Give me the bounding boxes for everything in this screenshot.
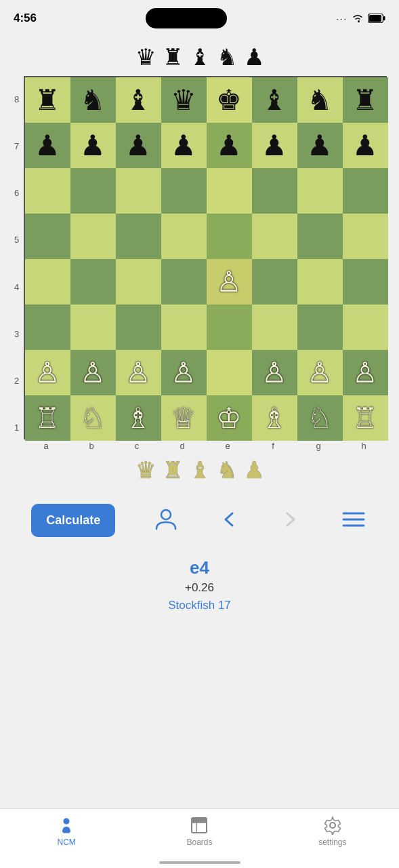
cell-e3[interactable] bbox=[207, 304, 252, 350]
cell-b5[interactable] bbox=[70, 214, 116, 259]
piece-wp-c2: ♙ bbox=[125, 359, 151, 387]
boards-icon bbox=[190, 816, 209, 835]
cell-f4[interactable] bbox=[252, 259, 297, 304]
cell-b8[interactable]: ♞ bbox=[70, 77, 116, 123]
cell-f5[interactable] bbox=[252, 214, 297, 259]
cell-c8[interactable]: ♝ bbox=[116, 77, 161, 123]
cell-g3[interactable] bbox=[297, 304, 343, 350]
forward-arrow-icon bbox=[280, 509, 301, 530]
back-arrow-icon bbox=[219, 509, 239, 530]
piece-bk-e8: ♚ bbox=[216, 86, 242, 115]
cell-a8[interactable]: ♜ bbox=[25, 77, 70, 123]
cell-e8[interactable]: ♚ bbox=[207, 77, 252, 123]
cell-g8[interactable]: ♞ bbox=[297, 77, 343, 123]
tab-ncm[interactable]: NCM bbox=[0, 816, 133, 847]
chessboard[interactable]: ♜♞♝♛♚♝♞♜♟♟♟♟♟♟♟♟♙♙♙♙♙♙♙♙♖♘♗♕♔♗♘♖ bbox=[24, 76, 387, 439]
menu-button[interactable] bbox=[339, 507, 368, 534]
cell-d7[interactable]: ♟ bbox=[161, 123, 207, 168]
cell-a6[interactable] bbox=[25, 168, 70, 214]
piece-wp-h2: ♙ bbox=[352, 359, 378, 387]
cell-g6[interactable] bbox=[297, 168, 343, 214]
captured-knight-bottom: ♞ bbox=[217, 456, 237, 484]
engine-name: Stockfish 17 bbox=[168, 599, 231, 612]
piece-wn-g1: ♘ bbox=[307, 404, 333, 433]
cell-e1[interactable]: ♔ bbox=[207, 395, 252, 441]
cell-g2[interactable]: ♙ bbox=[297, 350, 343, 395]
cell-a7[interactable]: ♟ bbox=[25, 123, 70, 168]
cell-d3[interactable] bbox=[161, 304, 207, 350]
settings-icon bbox=[323, 816, 342, 835]
cell-e2[interactable] bbox=[207, 350, 252, 395]
cell-c7[interactable]: ♟ bbox=[116, 123, 161, 168]
cell-d6[interactable] bbox=[161, 168, 207, 214]
cell-g4[interactable] bbox=[297, 259, 343, 304]
cell-a4[interactable] bbox=[25, 259, 70, 304]
piece-wp-g2: ♙ bbox=[307, 359, 333, 387]
cell-c4[interactable] bbox=[116, 259, 161, 304]
cell-h1[interactable]: ♖ bbox=[343, 395, 388, 441]
dynamic-island bbox=[146, 8, 227, 28]
cell-c5[interactable] bbox=[116, 214, 161, 259]
cell-g1[interactable]: ♘ bbox=[297, 395, 343, 441]
prev-button[interactable] bbox=[216, 507, 242, 534]
cell-c1[interactable]: ♗ bbox=[116, 395, 161, 441]
wifi-icon bbox=[352, 14, 364, 23]
signal-dots: ··· bbox=[336, 14, 348, 24]
cell-e4[interactable]: ♙ bbox=[207, 259, 252, 304]
cell-d8[interactable]: ♛ bbox=[161, 77, 207, 123]
piece-wr-h1: ♖ bbox=[352, 404, 378, 433]
piece-bp-a7: ♟ bbox=[35, 132, 60, 160]
cell-f3[interactable] bbox=[252, 304, 297, 350]
cell-b6[interactable] bbox=[70, 168, 116, 214]
file-f: f bbox=[251, 441, 296, 451]
cell-e5[interactable] bbox=[207, 214, 252, 259]
calculate-button[interactable]: Calculate bbox=[31, 504, 115, 537]
status-bar: 4:56 ··· bbox=[0, 0, 399, 37]
piece-br-h8: ♜ bbox=[352, 86, 378, 115]
cell-f7[interactable]: ♟ bbox=[252, 123, 297, 168]
cell-a3[interactable] bbox=[25, 304, 70, 350]
cell-d4[interactable] bbox=[161, 259, 207, 304]
piece-wp-b2: ♙ bbox=[80, 359, 106, 387]
piece-bn-g8: ♞ bbox=[307, 86, 333, 115]
person-button[interactable] bbox=[151, 505, 181, 536]
cell-g5[interactable] bbox=[297, 214, 343, 259]
cell-h3[interactable] bbox=[343, 304, 388, 350]
cell-b3[interactable] bbox=[70, 304, 116, 350]
cell-b1[interactable]: ♘ bbox=[70, 395, 116, 441]
tab-settings[interactable]: settings bbox=[266, 816, 399, 847]
cell-h6[interactable] bbox=[343, 168, 388, 214]
cell-f1[interactable]: ♗ bbox=[252, 395, 297, 441]
cell-h7[interactable]: ♟ bbox=[343, 123, 388, 168]
cell-a5[interactable] bbox=[25, 214, 70, 259]
controls-bar: Calculate bbox=[0, 484, 399, 544]
cell-f2[interactable]: ♙ bbox=[252, 350, 297, 395]
cell-c3[interactable] bbox=[116, 304, 161, 350]
cell-d5[interactable] bbox=[161, 214, 207, 259]
menu-icon bbox=[342, 510, 365, 529]
cell-b2[interactable]: ♙ bbox=[70, 350, 116, 395]
piece-wb-c1: ♗ bbox=[125, 404, 151, 433]
boards-label: Boards bbox=[186, 837, 212, 847]
rank-4: 4 bbox=[13, 267, 21, 307]
cell-a2[interactable]: ♙ bbox=[25, 350, 70, 395]
cell-h4[interactable] bbox=[343, 259, 388, 304]
cell-e7[interactable]: ♟ bbox=[207, 123, 252, 168]
home-indicator bbox=[159, 861, 240, 864]
cell-g7[interactable]: ♟ bbox=[297, 123, 343, 168]
tab-boards[interactable]: Boards bbox=[133, 816, 266, 847]
cell-b4[interactable] bbox=[70, 259, 116, 304]
cell-h8[interactable]: ♜ bbox=[343, 77, 388, 123]
cell-h5[interactable] bbox=[343, 214, 388, 259]
cell-h2[interactable]: ♙ bbox=[343, 350, 388, 395]
cell-c2[interactable]: ♙ bbox=[116, 350, 161, 395]
cell-f6[interactable] bbox=[252, 168, 297, 214]
next-button[interactable] bbox=[278, 507, 303, 534]
cell-c6[interactable] bbox=[116, 168, 161, 214]
cell-e6[interactable] bbox=[207, 168, 252, 214]
cell-d1[interactable]: ♕ bbox=[161, 395, 207, 441]
cell-a1[interactable]: ♖ bbox=[25, 395, 70, 441]
cell-f8[interactable]: ♝ bbox=[252, 77, 297, 123]
cell-b7[interactable]: ♟ bbox=[70, 123, 116, 168]
cell-d2[interactable]: ♙ bbox=[161, 350, 207, 395]
